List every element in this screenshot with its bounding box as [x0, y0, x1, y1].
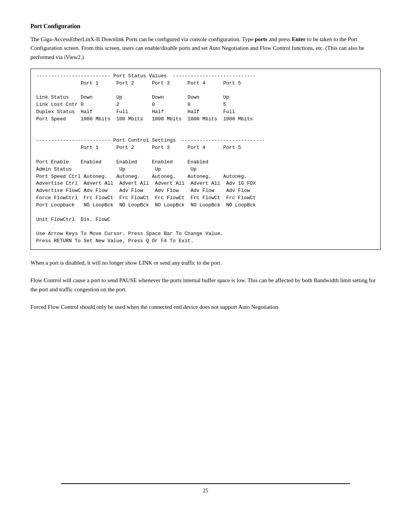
- intro-text-mid: and press: [268, 36, 292, 42]
- intro-bold-ports: ports: [255, 36, 267, 42]
- intro-text-start: The Giga-AccessEtherLinX-II Downlink Por…: [30, 36, 255, 42]
- intro-paragraph: The Giga-AccessEtherLinX-II Downlink Por…: [30, 35, 381, 62]
- body-para-3: Forced Flow Control should only be used …: [30, 302, 381, 312]
- body-para-1: When a port is disabled, it will no long…: [30, 258, 381, 267]
- terminal-box: ------------------------- Port Status Va…: [30, 69, 381, 250]
- page-wrap: Port Configuration The Giga-AccessEtherL…: [30, 23, 381, 509]
- body-para-2: Flow Control will cause a port to send P…: [30, 276, 381, 294]
- page-title: Port Configuration: [30, 23, 381, 30]
- footer: 25: [61, 483, 350, 494]
- page-number: 25: [203, 488, 208, 494]
- intro-bold-enter: Enter: [292, 36, 306, 42]
